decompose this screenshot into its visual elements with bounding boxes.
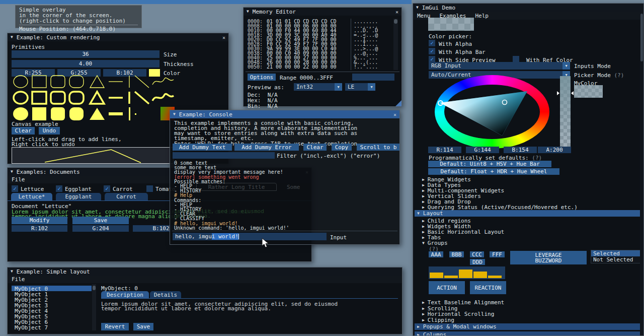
resize-grip[interactable] bbox=[395, 100, 401, 106]
action-button[interactable]: ACTION bbox=[429, 281, 465, 294]
titlebar-imgui-demo[interactable]: ▼ ImGui Demo bbox=[413, 4, 643, 12]
hue-wheel-picker[interactable] bbox=[435, 75, 549, 149]
thickness-slider[interactable]: 4.00 bbox=[12, 60, 159, 68]
check-icon: ✓ bbox=[430, 48, 434, 54]
list-item[interactable]: MyObject 7 bbox=[15, 324, 48, 330]
chevron-down-icon[interactable]: ▼ bbox=[562, 62, 570, 70]
size-slider[interactable]: 36 bbox=[12, 50, 159, 58]
bbb-button[interactable]: BBB bbox=[449, 251, 464, 257]
ghost-button-behind: Some bbox=[287, 184, 300, 190]
tab-description[interactable]: Description bbox=[101, 291, 149, 298]
list-scrollbar[interactable] bbox=[92, 284, 96, 330]
options-button[interactable]: Options bbox=[248, 74, 276, 81]
default-float-button[interactable]: Default: Float + HDR + Hue Wheel bbox=[428, 168, 559, 175]
alpha-bar[interactable] bbox=[560, 76, 571, 152]
tab-details[interactable]: Details bbox=[150, 291, 181, 298]
header-popups[interactable]: ▶Popups & Modal windows bbox=[415, 323, 640, 330]
tree-clipping[interactable]: ▶Clipping bbox=[422, 317, 454, 323]
collapse-arrow-icon[interactable]: ▼ bbox=[247, 10, 249, 14]
lettuce-checkbox[interactable]: ✓ bbox=[12, 185, 18, 192]
save-button[interactable]: Save bbox=[72, 217, 129, 224]
menu-file[interactable]: File bbox=[12, 176, 25, 183]
eggplant-checkbox[interactable]: ✓ bbox=[56, 185, 62, 192]
close-icon[interactable]: ✕ bbox=[395, 9, 398, 15]
menu-help[interactable]: Help bbox=[475, 13, 489, 19]
histogram[interactable] bbox=[429, 266, 505, 279]
inputs-mode-combo[interactable]: RGB Input▼ bbox=[429, 62, 570, 70]
titlebar-custom-rendering[interactable]: ▼ Example: Custom rendering ✕ bbox=[8, 33, 228, 41]
modify-button[interactable]: Modify bbox=[12, 217, 67, 224]
hex-bytes[interactable]: 21 00 00 00 22 00 00 00 bbox=[267, 64, 350, 69]
scroll-to-bottom-button[interactable]: Scroll to b bbox=[357, 144, 400, 151]
menu-file[interactable]: File bbox=[12, 276, 25, 283]
tab-lettuce[interactable]: Lettuce* bbox=[11, 193, 52, 200]
ddd-button[interactable]: DDD bbox=[470, 259, 485, 265]
hue-cursor[interactable] bbox=[438, 100, 443, 106]
red-drag[interactable]: R:102 bbox=[12, 225, 67, 232]
titlebar-simple-layout[interactable]: ▼ Example: Simple layout bbox=[8, 267, 402, 276]
add-dummy-error-button[interactable]: Add Dummy Error bbox=[234, 144, 299, 151]
revert-button[interactable]: Revert bbox=[101, 323, 129, 330]
aaa-button[interactable]: AAA bbox=[429, 251, 443, 257]
alpha-drag[interactable]: A:200 bbox=[538, 147, 571, 153]
copy-button[interactable]: Copy bbox=[332, 144, 352, 151]
collapse-arrow-icon[interactable]: ▼ bbox=[173, 112, 176, 116]
filter-input[interactable] bbox=[173, 152, 275, 159]
collapse-arrow-icon[interactable]: ▼ bbox=[11, 35, 13, 39]
red-drag[interactable]: R:114 bbox=[428, 147, 461, 153]
mycolor-swatch[interactable] bbox=[574, 85, 603, 98]
close-icon[interactable]: ✕ bbox=[222, 35, 225, 40]
blue-drag[interactable]: B:154 bbox=[504, 147, 537, 153]
demo-scrollbar[interactable] bbox=[640, 12, 643, 336]
scrollbar-grab[interactable] bbox=[93, 286, 96, 290]
close-icon[interactable]: ✕ bbox=[393, 112, 396, 117]
save-label: Save bbox=[94, 217, 108, 224]
button-label: LEVERAGE bbox=[535, 252, 562, 258]
clear-button[interactable]: Clear bbox=[12, 127, 35, 135]
ccc-button[interactable]: CCC bbox=[470, 251, 484, 257]
drawing-canvas[interactable] bbox=[12, 147, 174, 164]
default-uint8-button[interactable]: Default: Uint8 + HSV + Hue Bar bbox=[428, 161, 551, 167]
chevron-down-icon[interactable]: ▼ bbox=[335, 83, 342, 91]
titlebar-memory-editor[interactable]: ▼ Memory Editor ✕ bbox=[244, 8, 401, 16]
carrot-checkbox[interactable]: ✓ bbox=[104, 185, 110, 192]
endianness-combo[interactable]: LE▼ bbox=[345, 83, 375, 91]
memory-scrollbar[interactable] bbox=[393, 19, 398, 70]
fff-button[interactable]: FFF bbox=[490, 251, 505, 257]
tab-eggplant[interactable]: Eggplant bbox=[56, 193, 101, 200]
add-dummy-text-button[interactable]: Add Dummy Text bbox=[173, 144, 232, 151]
button-label: Add Dummy Error bbox=[242, 144, 291, 151]
window-title: Example: Simple layout bbox=[17, 268, 90, 275]
sv-triangle[interactable] bbox=[435, 75, 549, 149]
collapse-arrow-icon[interactable]: ▼ bbox=[11, 270, 13, 274]
collapse-arrow-icon[interactable]: ▼ bbox=[416, 6, 419, 10]
collapse-arrow-icon[interactable]: ▼ bbox=[11, 170, 13, 174]
scrollbar-grab[interactable] bbox=[394, 19, 397, 24]
green-drag[interactable]: G:144 bbox=[466, 147, 499, 153]
header-layout[interactable]: ▼Layout bbox=[415, 210, 640, 217]
list-item-selected[interactable]: Selected bbox=[591, 250, 644, 256]
chevron-right-icon: ▶ bbox=[422, 177, 425, 182]
header-columns[interactable]: ▶Columns bbox=[415, 331, 640, 336]
tab-carrot[interactable]: Carrot bbox=[105, 193, 148, 200]
address-input[interactable] bbox=[352, 74, 394, 81]
undo-button[interactable]: Undo bbox=[39, 127, 60, 135]
leverage-buzzword-button[interactable]: LEVERAGEBUZZWORD bbox=[510, 251, 587, 264]
color-preview-swatch[interactable] bbox=[428, 18, 474, 31]
clear-button[interactable]: Clear bbox=[303, 144, 327, 151]
scrollbar-grab[interactable] bbox=[640, 14, 643, 61]
with-alpha-checkbox[interactable]: ✓ bbox=[429, 40, 435, 46]
save-button[interactable]: Save bbox=[133, 323, 153, 330]
reaction-button[interactable]: REACTION bbox=[470, 281, 506, 294]
chevron-down-icon[interactable]: ▼ bbox=[368, 83, 375, 91]
titlebar-console[interactable]: ▼ Example: Console ✕ bbox=[170, 110, 399, 118]
green-drag[interactable]: G:204 bbox=[72, 225, 129, 232]
preview-type-combo[interactable]: Int32▼ bbox=[294, 83, 342, 91]
with-alpha-bar-checkbox[interactable]: ✓ bbox=[429, 48, 435, 54]
console-input[interactable]: hello, imgui world! bbox=[173, 233, 327, 240]
help-marker[interactable]: (?) bbox=[614, 72, 624, 79]
eggplant-label: Eggplant bbox=[65, 186, 92, 192]
tomato-checkbox[interactable] bbox=[146, 185, 153, 192]
list-item-selected[interactable]: MyObject 0 bbox=[12, 286, 92, 291]
list-item[interactable]: Not Selected bbox=[593, 256, 633, 263]
